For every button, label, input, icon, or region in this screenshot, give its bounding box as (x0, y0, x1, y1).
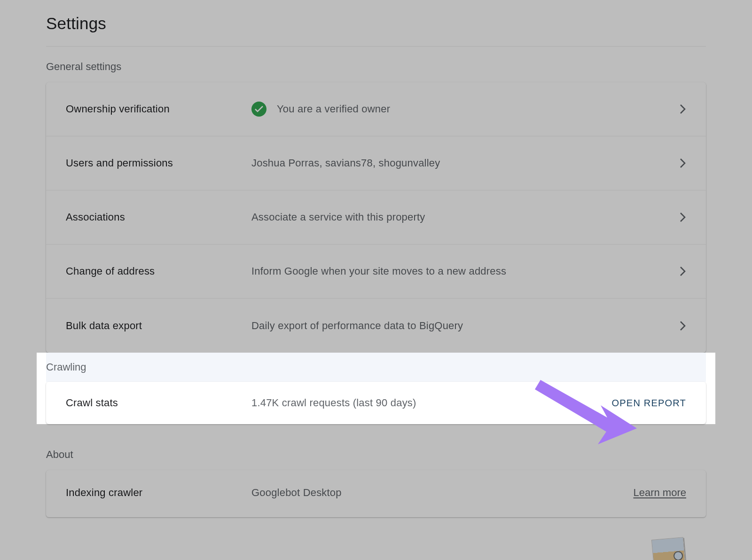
about-card: Indexing crawler Googlebot Desktop Learn… (46, 470, 706, 517)
export-desc: Daily export of performance data to BigQ… (251, 320, 463, 332)
indexing-crawler-row[interactable]: Indexing crawler Googlebot Desktop Learn… (46, 470, 706, 515)
indexing-desc: Googlebot Desktop (251, 487, 342, 499)
settings-page: Settings General settings Ownership veri… (0, 0, 752, 560)
chevron-right-icon (680, 158, 686, 168)
associations-row[interactable]: Associations Associate a service with th… (46, 190, 706, 245)
verified-check-icon (251, 102, 266, 117)
ownership-label: Ownership verification (66, 103, 251, 115)
users-label: Users and permissions (66, 157, 251, 169)
associations-desc: Associate a service with this property (251, 211, 425, 223)
crawl-stats-desc: 1.47K crawl requests (last 90 days) (251, 397, 416, 409)
general-heading: General settings (46, 47, 706, 82)
indexing-label: Indexing crawler (66, 487, 251, 499)
export-label: Bulk data export (66, 320, 251, 332)
chevron-right-icon (680, 104, 686, 114)
users-desc: Joshua Porras, savians78, shogunvalley (251, 157, 440, 169)
users-permissions-row[interactable]: Users and permissions Joshua Porras, sav… (46, 136, 706, 190)
open-report-button[interactable]: OPEN REPORT (592, 398, 686, 409)
crawling-heading: Crawling (46, 353, 706, 382)
ownership-verification-row[interactable]: Ownership verification You are a verifie… (46, 82, 706, 136)
learn-more-link[interactable]: Learn more (592, 487, 686, 499)
about-heading: About (46, 434, 706, 470)
address-desc: Inform Google when your site moves to a … (251, 265, 506, 277)
chevron-right-icon (680, 321, 686, 331)
chevron-right-icon (680, 212, 686, 222)
page-title: Settings (46, 0, 706, 47)
crawl-stats-label: Crawl stats (66, 397, 251, 409)
bulk-data-export-row[interactable]: Bulk data export Daily export of perform… (46, 299, 706, 353)
chevron-right-icon (680, 266, 686, 276)
ownership-desc: You are a verified owner (277, 103, 390, 115)
crawl-stats-row[interactable]: Crawl stats 1.47K crawl requests (last 9… (46, 382, 706, 424)
general-card: Ownership verification You are a verifie… (46, 82, 706, 353)
address-label: Change of address (66, 265, 251, 277)
crawling-section: Crawling Crawl stats 1.47K crawl request… (37, 353, 715, 424)
crawling-card: Crawl stats 1.47K crawl requests (last 9… (46, 382, 706, 424)
associations-label: Associations (66, 211, 251, 223)
change-address-row[interactable]: Change of address Inform Google when you… (46, 245, 706, 299)
